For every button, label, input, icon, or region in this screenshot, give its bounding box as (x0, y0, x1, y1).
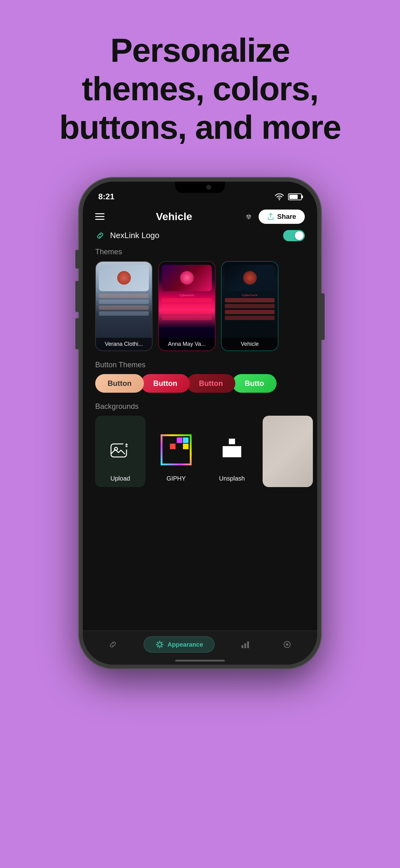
svg-point-18 (161, 642, 163, 643)
button-themes-scroll: Button Button Button Butto (83, 374, 317, 402)
tab-links[interactable] (102, 637, 124, 652)
svg-point-19 (157, 646, 158, 647)
tab-appearance[interactable]: Appearance (143, 637, 214, 653)
hero-line2: themes, colors, (59, 69, 341, 108)
wifi-icon (274, 193, 284, 200)
hamburger-menu[interactable] (95, 213, 104, 220)
preview-tab-icon (282, 640, 292, 649)
status-time: 8:21 (98, 192, 114, 202)
theme-name-2: Anna May Va... (159, 338, 215, 350)
svg-rect-5 (250, 215, 251, 216)
phone-mockup: 8:21 Vehicle (79, 178, 321, 669)
theme-card-3[interactable]: CyberTruck Vehicle (221, 261, 278, 351)
backgrounds-section-label: Backgrounds (83, 402, 317, 416)
battery-icon (288, 193, 302, 200)
tab-appearance-label: Appearance (167, 641, 203, 648)
svg-rect-22 (247, 641, 249, 648)
status-icons (274, 193, 302, 200)
backgrounds-scroll: Upload GIPHY (83, 416, 317, 496)
appearance-tab-icon (155, 640, 164, 649)
button-theme-4[interactable]: Butto (232, 374, 276, 393)
share-label: Share (277, 213, 296, 221)
bg-card-giphy[interactable]: GIPHY (151, 416, 201, 487)
svg-point-15 (162, 644, 163, 645)
side-button-volume-up (75, 281, 79, 312)
stats-tab-icon (240, 640, 250, 649)
links-tab-icon (108, 640, 118, 649)
phone-screen: 8:21 Vehicle (83, 182, 317, 665)
logo-row: NexLink Logo (83, 227, 317, 247)
tab-preview[interactable] (276, 637, 298, 652)
navigation-bar: Vehicle Share (83, 207, 317, 227)
front-camera (206, 185, 211, 190)
share-button[interactable]: Share (259, 210, 305, 224)
status-bar: 8:21 (83, 182, 317, 207)
themes-scroll[interactable]: Verana Clothi... Cybertruck Anna May (83, 261, 317, 361)
svg-point-17 (161, 646, 163, 647)
bg-card-photo[interactable] (263, 416, 313, 487)
button-theme-2[interactable]: Button (141, 374, 190, 393)
svg-point-14 (156, 644, 157, 645)
logo-label: NexLink Logo (110, 231, 159, 240)
bg-card-unsplash[interactable]: Unsplash (207, 416, 257, 487)
theme-card-2[interactable]: Cybertruck Anna May Va... (158, 261, 215, 351)
bug-icon[interactable] (244, 212, 254, 222)
home-indicator (175, 660, 225, 661)
hero-line3: buttons, and more (59, 108, 341, 147)
nav-actions: Share (244, 210, 305, 224)
tab-stats[interactable] (234, 637, 257, 652)
svg-point-12 (159, 641, 160, 642)
scroll-content: Themes Verana Clothi... (83, 247, 317, 665)
svg-rect-20 (241, 645, 243, 648)
svg-rect-3 (248, 217, 249, 219)
unsplash-logo (223, 439, 241, 461)
theme-name-3: Vehicle (222, 338, 278, 350)
svg-rect-4 (246, 215, 247, 216)
svg-point-16 (157, 642, 158, 643)
link-icon (95, 231, 105, 241)
button-theme-1[interactable]: Button (95, 374, 144, 393)
themes-section-label: Themes (83, 247, 317, 261)
bg-giphy-label: GIPHY (167, 475, 186, 482)
svg-point-24 (286, 643, 288, 646)
hero-section: Personalize themes, colors, buttons, and… (34, 31, 366, 147)
button-theme-3[interactable]: Button (187, 374, 235, 393)
page-title: Vehicle (156, 211, 192, 223)
svg-rect-10 (125, 445, 128, 446)
theme-card-1[interactable]: Verana Clothi... (95, 261, 153, 351)
bg-card-upload[interactable]: Upload (95, 416, 145, 487)
upload-image-icon (109, 440, 131, 463)
share-icon (267, 213, 274, 220)
giphy-logo-box (161, 434, 192, 465)
svg-rect-21 (244, 643, 246, 648)
side-button-volume-down (75, 318, 79, 349)
svg-point-13 (159, 647, 160, 648)
svg-point-11 (158, 643, 162, 646)
side-button-mute (75, 250, 79, 269)
hero-line1: Personalize (59, 31, 341, 69)
logo-left: NexLink Logo (95, 231, 159, 241)
bg-upload-label: Upload (110, 475, 130, 482)
bg-unsplash-label: Unsplash (219, 475, 245, 482)
side-button-power (321, 293, 325, 340)
notch (175, 182, 225, 193)
button-themes-section-label: Button Themes (83, 361, 317, 374)
nexlink-toggle[interactable] (283, 230, 305, 241)
theme-name-1: Verana Clothi... (96, 338, 152, 350)
